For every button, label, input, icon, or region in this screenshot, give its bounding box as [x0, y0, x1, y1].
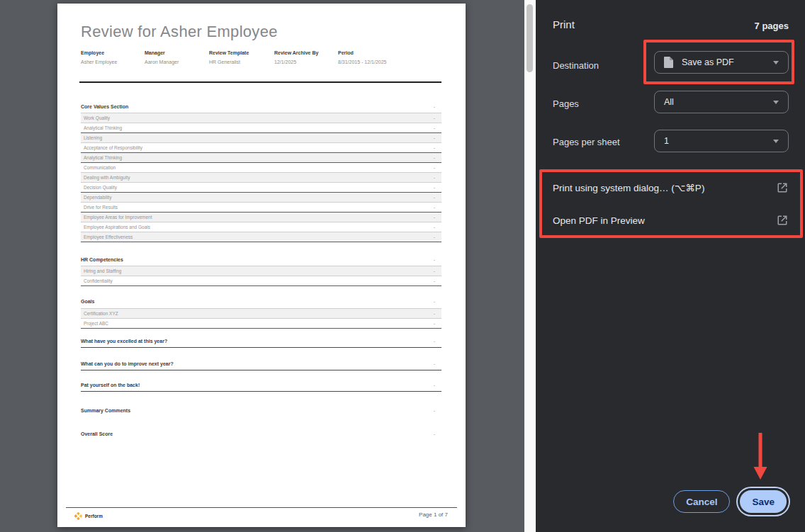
review-row: Work Quality- [81, 113, 441, 123]
question-pat-on-back: Pat yourself on the back!- [81, 382, 441, 392]
cancel-button[interactable]: Cancel [673, 490, 730, 513]
section-header: HR Competencies - [81, 256, 441, 264]
chevron-down-icon [773, 61, 779, 64]
brand-logo: Perform [74, 512, 103, 520]
review-row: Dealing with Ambiguity- [81, 173, 441, 183]
overall-score-heading: Overall Score- [81, 431, 441, 440]
header-divider [79, 81, 441, 83]
chevron-down-icon [773, 140, 779, 143]
review-row: Hiring and Staffing- [81, 266, 441, 276]
pages-label: Pages [553, 98, 579, 109]
goals-rows: Certification XYZ- Project ABC- [81, 308, 441, 329]
meta-review-template: Review Template HR Generalist [209, 50, 274, 65]
meta-employee: Employee Asher Employee [81, 50, 145, 65]
preview-scrollbar-thumb[interactable] [527, 4, 533, 72]
destination-label: Destination [553, 60, 599, 71]
review-row: Employee Aspirations and Goals- [81, 222, 441, 232]
document-title: Review for Asher Employee [81, 23, 278, 41]
print-settings-panel: Print 7 pages Destination Save as PDF Pa… [536, 0, 805, 532]
dialog-actions: Cancel Save [673, 490, 787, 513]
collapse-marker: - [434, 256, 441, 264]
review-row: Employee Effectiveness- [81, 232, 441, 242]
document-meta: Employee Asher Employee Manager Aaron Ma… [81, 50, 387, 65]
question-excelled: What have you excelled at this year?- [81, 338, 441, 348]
meta-period: Period 8/31/2015 - 12/1/2025 [338, 50, 387, 65]
review-row: Communication- [81, 163, 441, 173]
review-row: Certification XYZ- [81, 309, 441, 319]
review-row: Acceptance of Responsibility- [81, 143, 441, 153]
perform-logo-icon [74, 512, 82, 520]
pages-value: All [664, 97, 674, 107]
core-values-rows: Work Quality- Analytical Thinking- Liste… [81, 113, 441, 242]
print-system-dialog-link[interactable]: Print using system dialog… (⌥⌘P) [536, 179, 805, 197]
meta-review-archive-by: Review Archive By 12/1/2025 [274, 50, 338, 65]
save-button[interactable]: Save [740, 490, 787, 513]
summary-comments-heading: Summary Comments- [81, 407, 441, 417]
footer-divider [66, 507, 457, 508]
open-pdf-preview-link[interactable]: Open PDF in Preview [536, 211, 805, 230]
section-header: Core Values Section - [81, 103, 441, 111]
review-row: Analytical Thinking- [81, 123, 441, 133]
question-improve: What can you do to improve next year?- [81, 361, 441, 370]
collapse-marker: - [434, 298, 441, 305]
total-pages-label: 7 pages [755, 21, 789, 31]
destination-value: Save as PDF [682, 57, 734, 67]
pdf-file-icon [664, 57, 673, 68]
collapse-marker: - [434, 103, 441, 111]
pages-dropdown[interactable]: All [654, 91, 789, 113]
review-row: Listening- [81, 133, 441, 143]
open-in-new-icon [777, 183, 787, 193]
open-in-new-icon [777, 215, 787, 225]
annotation-arrow-save [750, 432, 770, 482]
review-row: Project ABC- [81, 319, 441, 329]
review-row: Dependability- [81, 193, 441, 203]
review-row: Confidentiality- [81, 276, 441, 286]
dialog-title: Print [553, 18, 575, 30]
document-page: Review for Asher Employee Employee Asher… [57, 4, 466, 527]
review-row: Decision Quality- [81, 183, 441, 193]
hr-competencies-rows: Hiring and Staffing- Confidentiality- [81, 266, 441, 286]
pages-per-sheet-dropdown[interactable]: 1 [654, 130, 789, 152]
review-row: Employee Areas for Improvement- [81, 213, 441, 222]
review-row: Analytical Thinking- [81, 153, 441, 163]
destination-dropdown[interactable]: Save as PDF [654, 51, 789, 74]
brand-name: Perform [85, 514, 103, 519]
page-indicator: Page 1 of 7 [419, 511, 448, 518]
section-header: Goals - [81, 298, 441, 305]
pages-per-sheet-value: 1 [664, 136, 669, 146]
meta-manager: Manager Aaron Manager [145, 50, 209, 65]
print-preview-area[interactable]: Review for Asher Employee Employee Asher… [0, 0, 524, 532]
review-row: Drive for Results- [81, 203, 441, 213]
chevron-down-icon [773, 101, 779, 104]
pages-per-sheet-label: Pages per sheet [553, 137, 620, 147]
preview-scrollbar[interactable] [524, 0, 536, 532]
